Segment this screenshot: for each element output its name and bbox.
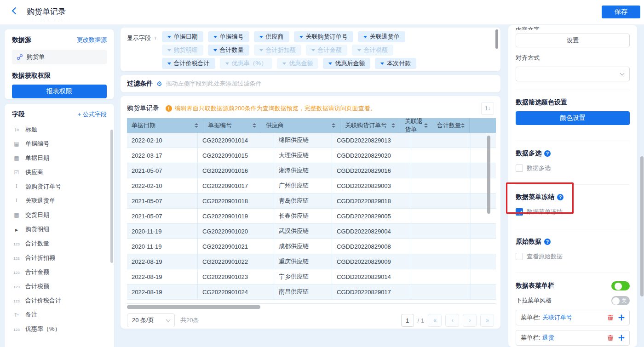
sort-icon[interactable] (461, 123, 465, 128)
field-list-item[interactable]: 备注 (12, 307, 107, 322)
display-fields-scrollbar[interactable] (495, 29, 498, 49)
display-field-chip[interactable]: 单据日期 (162, 31, 203, 42)
delete-icon[interactable] (607, 335, 614, 341)
menu-bar-item[interactable]: 菜单栏: 退货 (516, 330, 630, 346)
display-field-chip[interactable]: 本次付款 (375, 58, 416, 69)
field-list-item[interactable]: 合计价税合计 (12, 293, 107, 307)
display-field-chip[interactable]: 优惠率（%） (220, 58, 273, 69)
next-page-button[interactable]: › (463, 314, 477, 327)
menu-bar-toggle[interactable]: 开 (611, 281, 630, 290)
table-row[interactable]: 2020-11-19 CG20220901020 武汉供应链 CGDD20220… (127, 224, 496, 239)
table-sort-button[interactable]: 1↓ (481, 102, 494, 115)
table-row[interactable]: 2022-02-10 CG20220901017 广州供应链 CGDD20220… (127, 178, 496, 193)
freeze-checkbox[interactable] (516, 208, 523, 216)
display-field-chip[interactable]: 关联购货订单号 (294, 31, 353, 42)
display-field-chip[interactable]: 优惠金额 (277, 58, 318, 69)
display-field-chip[interactable]: 单据编号 (208, 31, 249, 42)
display-field-chip[interactable]: 供应商 (254, 31, 289, 42)
fields-scrollbar[interactable] (110, 130, 113, 263)
field-list-item[interactable]: 交货日期 (12, 208, 107, 222)
table-horizontal-scrollbar[interactable] (127, 305, 496, 309)
field-list-item[interactable]: 供应商 (12, 165, 107, 179)
display-field-chip[interactable]: 合计折扣额 (254, 45, 301, 56)
first-page-button[interactable]: « (428, 314, 442, 327)
display-field-chip[interactable]: 合计金额 (306, 45, 347, 56)
table-vertical-scrollbar[interactable] (487, 136, 490, 214)
raw-data-title-text: 原始数据 (516, 238, 541, 246)
sort-icon[interactable] (195, 123, 198, 128)
table-row[interactable]: 2021-05-07 CG20220901018 青岛供应链 CGDD20220… (127, 193, 496, 209)
sort-icon[interactable] (253, 123, 256, 128)
field-list-item[interactable]: 单据日期 (12, 151, 107, 165)
cell-doc-number: CG20220901018 (198, 193, 274, 208)
fields-title: 字段 (12, 110, 25, 119)
help-icon[interactable]: ? (544, 239, 551, 245)
display-field-chip[interactable]: 购货明细 (162, 45, 203, 56)
filter-card[interactable]: 过滤条件 ⚙ 拖动左侧字段到此处来添加过滤条件 (121, 75, 500, 92)
report-permission-button[interactable]: 报表权限 (12, 85, 107, 98)
column-header[interactable]: 关联购货订单号 (340, 118, 400, 133)
help-icon[interactable]: ? (544, 150, 551, 157)
column-header[interactable]: 单据编号 (203, 118, 261, 133)
menu-item-name[interactable]: 退货 (542, 334, 554, 342)
column-header[interactable]: 关联退货单 (400, 118, 432, 133)
back-icon[interactable] (12, 7, 19, 15)
gear-icon[interactable]: ⚙ (156, 80, 162, 87)
multi-select-checkbox[interactable] (516, 165, 523, 172)
formula-field-link[interactable]: + 公式字段 (78, 110, 107, 119)
column-header[interactable]: 单据日期 (127, 118, 203, 133)
settings-button[interactable]: 设置 (516, 34, 630, 47)
page-total: / 1 (418, 317, 424, 324)
column-title: 关联退货单 (405, 118, 424, 134)
field-list-item[interactable]: 单据编号 (12, 137, 107, 151)
field-list-item[interactable]: 购货明细 (12, 222, 107, 236)
move-icon[interactable] (618, 335, 625, 341)
save-button[interactable]: 保存 (602, 6, 640, 18)
field-list-item[interactable]: 合计折扣额 (12, 250, 107, 265)
table-row[interactable]: 2022-08-19 CG20220901023 宁乡供应链 CGDD20220… (127, 269, 496, 284)
column-header[interactable]: 供应商 (261, 118, 340, 133)
table-row[interactable]: 2022-08-19 CG20220901022 重庆供应链 CGDD20220… (127, 254, 496, 269)
table-row[interactable]: 2021-05-07 CG20220901016 湘潭供应链 CGDD20220… (127, 163, 496, 178)
table-row[interactable]: 2021-05-07 CG20220901019 长春供应链 CGDD20220… (127, 209, 496, 224)
field-list-item[interactable]: 优惠率（%） (12, 322, 107, 336)
raw-data-checkbox[interactable] (516, 253, 523, 260)
field-list-item[interactable]: 关联退货单 (12, 193, 107, 208)
add-field-icon[interactable]: + (154, 34, 157, 41)
display-field-chip[interactable]: 关联退货单 (358, 31, 405, 42)
color-settings-button[interactable]: 颜色设置 (516, 111, 630, 125)
last-page-button[interactable]: » (480, 314, 494, 327)
field-list-item[interactable]: 合计数量 (12, 236, 107, 250)
table-row[interactable]: 2022-02-10 CG20220901014 绵阳供应链 CGDD20220… (127, 133, 496, 148)
cell-doc-number: CG20220901014 (198, 133, 274, 148)
help-icon[interactable]: ? (557, 194, 564, 200)
page-input[interactable] (401, 314, 414, 327)
move-icon[interactable] (618, 314, 625, 321)
field-list-item[interactable]: 源购货订单号 (12, 179, 107, 193)
display-field-chip[interactable]: 合计数量 (208, 45, 249, 56)
sort-icon[interactable] (424, 123, 428, 128)
menu-bar-item[interactable]: 菜单栏: 关联订单号 (516, 310, 630, 325)
page-scrollbar[interactable] (640, 156, 644, 296)
display-field-chip[interactable]: 合计税额 (352, 45, 393, 56)
prev-page-button[interactable]: ‹ (445, 314, 459, 327)
column-header[interactable]: 合计数量 (432, 118, 470, 133)
table-row[interactable]: 2022-03-17 CG20220901015 大理供应链 CGDD20220… (127, 148, 496, 163)
table-row[interactable]: 2022-08-19 CG20220901024 南昌供应链 CGDD20220… (127, 284, 496, 300)
delete-icon[interactable] (607, 314, 614, 321)
sort-icon[interactable] (332, 123, 335, 128)
display-field-chip[interactable]: 合计价税合计 (162, 58, 215, 69)
menu-item-name[interactable]: 关联订单号 (542, 313, 572, 322)
display-field-chip[interactable]: 优惠后金额 (323, 58, 370, 69)
sort-icon[interactable] (391, 123, 395, 128)
datasource-item[interactable]: 购货单 (12, 50, 107, 64)
change-datasource-link[interactable]: 更改数据源 (77, 36, 107, 44)
cell-purchase-order: CGDD20220829017 (332, 284, 411, 299)
field-list-item[interactable]: 合计金额 (12, 265, 107, 279)
table-row[interactable]: 2020-11-19 CG20220901021 成都供应链 CGDD20220… (127, 239, 496, 254)
field-list-item[interactable]: 标题 (12, 122, 107, 137)
field-list-item[interactable]: 合计税额 (12, 279, 107, 293)
page-size-select[interactable]: 20 条/页 (127, 313, 175, 327)
dropdown-style-toggle[interactable]: 关 (611, 296, 630, 305)
align-select[interactable] (516, 67, 630, 81)
